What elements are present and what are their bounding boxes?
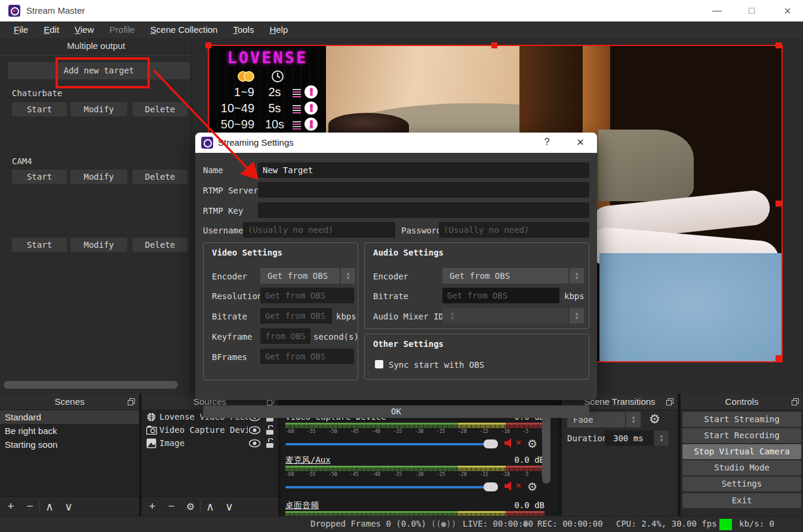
video-encoder-select[interactable]: Get from OBS (260, 268, 340, 284)
audio-bitrate-input[interactable] (442, 288, 559, 303)
video-encoder-arrows[interactable]: ∧∨ (340, 268, 355, 284)
mute-speaker-icon[interactable] (504, 438, 515, 448)
chaturbate-modify-button[interactable]: Modify (70, 102, 127, 116)
settings-button[interactable]: Settings (682, 476, 801, 491)
source-row-video-capture[interactable]: Video Capture Device (141, 424, 278, 437)
bframes-label: BFrames (212, 352, 247, 362)
resize-handle-right-center[interactable] (776, 201, 782, 207)
menu-edit[interactable]: Edit (36, 21, 67, 38)
unlock-icon[interactable] (266, 438, 274, 448)
add-scene-button[interactable]: + (1, 500, 20, 513)
target3-modify-button[interactable]: Modify (70, 238, 127, 252)
menu-view[interactable]: View (67, 21, 101, 38)
duration-spinner[interactable]: ∧∨ (654, 430, 669, 446)
scene-item-standard[interactable]: Standard (0, 410, 139, 424)
eye-icon[interactable] (249, 426, 260, 435)
meter-tick-label: -5 (523, 472, 529, 477)
audio-bitrate-label: Bitrate (373, 291, 408, 301)
resize-handle-top-left[interactable] (205, 42, 211, 48)
mute-speaker-icon[interactable] (504, 481, 515, 491)
dialog-close-button[interactable]: ✕ (574, 137, 587, 148)
start-streaming-button[interactable]: Start Streaming (682, 412, 801, 427)
dialog-title-bar[interactable]: Streaming Settings ? ✕ (195, 133, 597, 153)
start-recording-button[interactable]: Start Recording (682, 428, 801, 443)
rtmp-server-input[interactable] (258, 182, 589, 198)
audio-settings-title: Audio Settings (373, 248, 444, 257)
audio-mixer-id-arrows[interactable]: ∧∨ (569, 308, 584, 324)
channel-gear-icon[interactable]: ⚙ (527, 437, 537, 451)
pattern-bars-icon (293, 104, 301, 115)
popout-icon[interactable] (666, 398, 673, 405)
password-input[interactable] (439, 222, 589, 238)
ok-button[interactable]: OK (203, 405, 589, 418)
resize-handle-bottom-right[interactable] (776, 355, 782, 361)
close-button[interactable]: × (779, 4, 796, 18)
minimize-button[interactable]: — (708, 4, 726, 18)
video-bitrate-input[interactable] (260, 308, 332, 324)
resolution-input[interactable] (260, 288, 354, 303)
audio-mixer-id-input[interactable]: 1 (442, 308, 568, 324)
lovense-brand: LOVENSE (214, 48, 321, 67)
unlock-icon[interactable] (266, 425, 274, 435)
rtmp-key-input[interactable] (258, 202, 589, 218)
target3-delete-button[interactable]: Delete (133, 238, 187, 252)
dialog-title: Streaming Settings (218, 137, 294, 147)
mute-x-icon[interactable]: × (516, 437, 521, 447)
mixer-channel-level: 0.0 dB (514, 500, 544, 510)
menu-file[interactable]: File (6, 21, 36, 38)
stop-virtual-camera-button[interactable]: Stop Virtual Camera (682, 444, 801, 459)
volume-slider-track[interactable] (285, 486, 488, 488)
popout-icon[interactable] (128, 398, 135, 405)
username-input[interactable] (243, 222, 395, 238)
exit-button[interactable]: Exit (682, 493, 801, 508)
mixer-scrollbar[interactable] (542, 411, 550, 484)
popout-icon[interactable] (792, 398, 799, 405)
volume-slider-handle[interactable] (484, 482, 498, 491)
chaturbate-start-button[interactable]: Start (12, 102, 67, 116)
scene-item-starting-soon[interactable]: Starting soon (0, 438, 139, 451)
audio-encoder-select[interactable]: Get from OBS (442, 268, 568, 284)
menu-bar: File Edit View Profile Scene Collection … (0, 21, 803, 38)
duration-input[interactable]: 300 ms (605, 430, 654, 446)
menu-scene-collection[interactable]: Scene Collection (143, 21, 226, 38)
controls-header: Controls (681, 394, 803, 410)
eye-icon[interactable] (249, 439, 260, 448)
remove-scene-button[interactable]: − (20, 500, 39, 513)
bframes-input[interactable] (260, 349, 354, 364)
volume-slider-handle[interactable] (484, 439, 498, 448)
add-source-button[interactable]: + (143, 500, 162, 513)
mute-x-icon[interactable]: × (516, 480, 521, 490)
scene-item-brb[interactable]: Be right back (0, 424, 139, 438)
menu-help[interactable]: Help (261, 21, 296, 38)
scene-down-button[interactable]: ∨ (59, 500, 78, 513)
source-row-image[interactable]: Image (141, 437, 278, 450)
chaturbate-delete-button[interactable]: Delete (133, 102, 187, 116)
channel-gear-icon[interactable]: ⚙ (527, 480, 537, 494)
transition-select-arrows[interactable]: ∧∨ (626, 412, 641, 428)
keyframe-input[interactable] (260, 328, 310, 344)
remove-source-button[interactable]: − (162, 500, 181, 513)
resize-handle-top-center[interactable] (491, 42, 497, 48)
scene-up-button[interactable]: ∧ (40, 500, 59, 513)
resize-handle-top-right[interactable] (776, 42, 782, 48)
menu-tools[interactable]: Tools (225, 21, 261, 38)
audio-encoder-arrows[interactable]: ∧∨ (569, 268, 584, 284)
sync-start-checkbox[interactable] (375, 360, 383, 368)
cam4-modify-button[interactable]: Modify (70, 170, 127, 184)
scenes-panel: Scenes Standard Be right back Starting s… (0, 394, 139, 516)
studio-mode-button[interactable]: Studio Mode (682, 460, 801, 475)
source-up-button[interactable]: ∧ (201, 500, 220, 513)
transition-gear-icon[interactable]: ⚙ (649, 412, 660, 426)
source-properties-gear-icon[interactable]: ⚙ (181, 501, 200, 512)
meter-tick-labels: -60-55-50-45-40-35-30-25-20-15-10-50 (285, 429, 544, 434)
name-input[interactable] (258, 162, 589, 178)
volume-slider-track[interactable] (285, 443, 488, 445)
cam4-delete-button[interactable]: Delete (133, 170, 187, 184)
source-down-button[interactable]: ∨ (220, 500, 239, 513)
other-settings-group: Other Settings Sync start with OBS (364, 334, 589, 380)
dialog-help-button[interactable]: ? (540, 137, 553, 147)
target3-start-button[interactable]: Start (12, 238, 67, 252)
maximize-button[interactable]: □ (743, 4, 761, 18)
horizontal-scrollbar[interactable] (4, 381, 178, 389)
cam4-start-button[interactable]: Start (12, 170, 67, 184)
